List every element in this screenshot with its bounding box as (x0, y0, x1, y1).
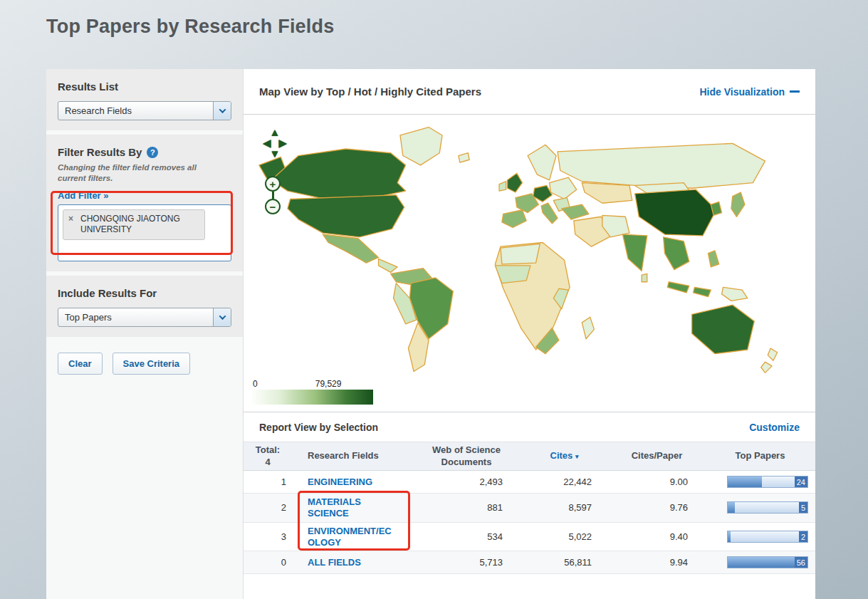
add-filter-link[interactable]: Add Filter » (58, 190, 109, 201)
map-zoom-control: + − (265, 176, 281, 214)
row-rank: 2 (244, 502, 292, 513)
row-docs: 2,493 (413, 476, 520, 487)
row-cites-per-paper: 9.00 (609, 476, 705, 487)
research-field-link[interactable]: ENGINEERING (308, 476, 392, 488)
page-title: Top Papers by Research Fields (46, 16, 334, 38)
top-papers-value: 24 (795, 476, 807, 487)
row-cites-per-paper: 9.76 (609, 502, 705, 513)
chevron-down-icon[interactable] (213, 102, 231, 120)
results-list-selected: Research Fields (58, 102, 213, 120)
row-cites-per-paper: 9.40 (609, 531, 705, 542)
clear-button[interactable]: Clear (58, 353, 103, 375)
row-cites: 56,811 (520, 557, 609, 568)
content-panel: Results List Research Fields Filter Resu… (46, 69, 815, 599)
map-pan-control: ▲ ◀ ▶ ▼ (263, 127, 287, 159)
top-papers-bar: 56 (727, 556, 808, 568)
hide-visualization-link[interactable]: Hide Visualization (699, 86, 800, 98)
results-list-section: Results List Research Fields (46, 69, 243, 130)
include-results-for-label: Include Results For (58, 287, 231, 299)
sidebar: Results List Research Fields Filter Resu… (46, 69, 243, 599)
top-papers-value: 5 (799, 502, 807, 513)
table-header-row: Total: 4 Research Fields Web of Science … (244, 442, 815, 471)
filter-section: Filter Results By ? Changing the filter … (46, 135, 243, 271)
results-list-dropdown[interactable]: Research Fields (58, 101, 231, 120)
row-rank: 3 (244, 531, 292, 542)
results-list-label: Results List (58, 80, 231, 93)
world-map-choropleth[interactable] (248, 120, 810, 378)
report-table: Total: 4 Research Fields Web of Science … (244, 442, 815, 574)
column-header-documents: Web of Science Documents (413, 444, 520, 468)
research-field-link[interactable]: ENVIRONMENT/ECOLOGY (308, 526, 392, 548)
hide-visualization-label: Hide Visualization (699, 86, 785, 98)
table-row: 3 ENVIRONMENT/ECOLOGY 534 5,022 9.40 2 (244, 523, 815, 552)
research-field-link[interactable]: ALL FIELDS (308, 557, 392, 568)
filter-note: Changing the filter field removes all cu… (58, 162, 200, 184)
chevron-down-icon[interactable] (213, 308, 231, 326)
include-results-selected: Top Papers (58, 308, 213, 326)
pan-right-icon[interactable]: ▶ (279, 138, 288, 148)
column-header-total: Total: 4 (244, 444, 292, 468)
column-header-cites[interactable]: Cites ▾ (520, 450, 609, 462)
top-papers-value: 56 (795, 557, 807, 568)
include-results-section: Include Results For Top Papers (46, 276, 243, 337)
row-cites-per-paper: 9.94 (609, 557, 705, 568)
table-row: 1 ENGINEERING 2,493 22,442 9.00 24 (244, 471, 815, 494)
remove-icon[interactable]: × (68, 214, 73, 225)
pan-left-icon[interactable]: ◀ (263, 138, 271, 148)
legend-max-label: 79,529 (315, 379, 342, 389)
filter-tag: × CHONGQING JIAOTONG UNIVERSITY (63, 209, 205, 240)
table-row: 2 MATERIALS SCIENCE 881 8,597 9.76 5 (244, 494, 815, 523)
table-row: 0 ALL FIELDS 5,713 56,811 9.94 56 (244, 551, 815, 574)
filter-tag-label: CHONGQING JIAOTONG UNIVERSITY (80, 214, 180, 235)
row-cites: 8,597 (520, 502, 609, 513)
row-docs: 881 (413, 502, 520, 513)
top-papers-bar: 2 (727, 531, 808, 543)
column-header-cites-per-paper: Cites/Paper (609, 450, 705, 462)
help-icon[interactable]: ? (147, 147, 158, 158)
column-header-research-fields: Research Fields (292, 450, 413, 462)
research-field-link[interactable]: MATERIALS SCIENCE (308, 496, 392, 519)
top-papers-value: 2 (799, 531, 807, 542)
top-papers-bar: 24 (727, 476, 808, 488)
sort-desc-icon[interactable]: ▾ (575, 453, 579, 460)
pan-up-icon[interactable]: ▲ (270, 127, 281, 137)
row-docs: 534 (413, 531, 520, 542)
row-rank: 0 (244, 557, 292, 568)
top-papers-bar: 5 (727, 501, 808, 514)
row-rank: 1 (244, 476, 292, 487)
customize-link[interactable]: Customize (749, 422, 800, 433)
report-section-title: Report View by Selection (259, 422, 378, 433)
zoom-out-icon[interactable]: − (265, 199, 281, 214)
zoom-stem (272, 192, 274, 199)
zoom-in-icon[interactable]: + (265, 176, 281, 192)
map-legend: 0 79,529 (252, 379, 373, 405)
main-panel: Map View by Top / Hot / Highly Cited Pap… (243, 69, 815, 599)
pan-down-icon[interactable]: ▼ (270, 149, 281, 159)
map-area: ▲ ◀ ▶ ▼ + − 0 79,529 (244, 115, 815, 412)
legend-min-label: 0 (253, 379, 258, 389)
collapse-icon[interactable] (790, 90, 800, 93)
row-cites: 22,442 (520, 476, 609, 487)
row-docs: 5,713 (413, 557, 520, 568)
column-header-top-papers: Top Papers (705, 450, 815, 462)
save-criteria-button[interactable]: Save Criteria (113, 353, 191, 375)
row-cites: 5,022 (520, 531, 609, 542)
filter-box[interactable]: × CHONGQING JIAOTONG UNIVERSITY (58, 204, 231, 261)
map-section-title: Map View by Top / Hot / Highly Cited Pap… (259, 85, 481, 98)
include-results-dropdown[interactable]: Top Papers (58, 308, 231, 327)
legend-gradient (252, 390, 373, 405)
filter-results-by-label: Filter Results By (58, 146, 142, 158)
